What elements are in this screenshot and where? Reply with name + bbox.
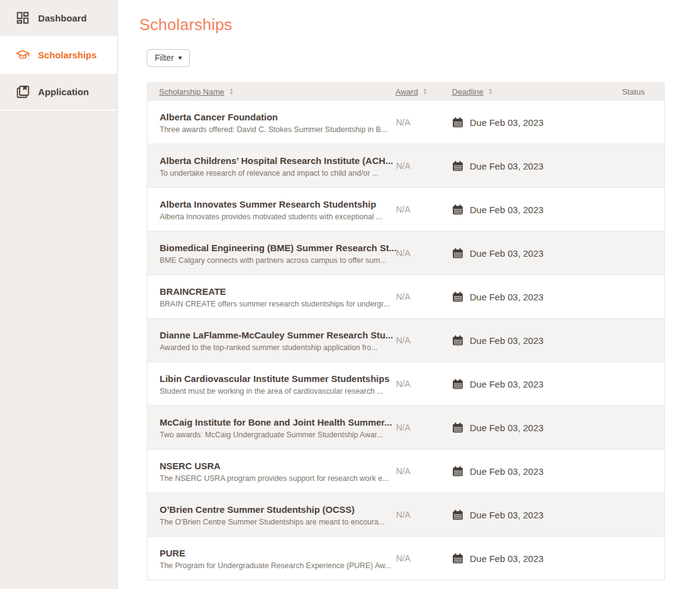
scholarship-name[interactable]: Biomedical Engineering (BME) Summer Rese… [160,243,397,253]
sort-arrows-icon[interactable] [488,88,492,95]
deadline-value: Due Feb 03, 2023 [470,205,543,215]
deadline-value: Due Feb 03, 2023 [470,117,543,128]
dashboard-grid-icon [16,11,29,25]
calendar-icon [453,335,463,346]
column-header-award[interactable]: Award [395,87,452,96]
calendar-icon [453,205,463,215]
sidebar-item-label: Scholarships [38,50,96,60]
scholarship-description: Two awards: McCaig Undergraduate Summer … [160,431,383,439]
deadline-value: Due Feb 03, 2023 [470,335,543,346]
scholarship-description: Three awards offered: David C. Stokes Su… [160,125,387,134]
table-row[interactable]: O’Brien Centre Summer Studentship (OCSS)… [147,493,664,536]
calendar-icon [453,292,463,302]
award-value: N/A [396,205,453,214]
scholarship-name[interactable]: Alberta Innovates Summer Research Studen… [160,199,376,209]
scholarship-name-cell: Alberta Innovates Summer Research Studen… [147,198,396,221]
filter-button[interactable]: Filter [147,49,190,67]
caret-down-icon [178,53,182,63]
deadline-value: Due Feb 03, 2023 [470,379,543,389]
sidebar-item-scholarships[interactable]: Scholarships [0,37,117,74]
deadline-value: Due Feb 03, 2023 [470,423,543,433]
table-body: Alberta Cancer Foundation Three awards o… [147,101,665,580]
award-value: N/A [396,423,453,432]
table-row[interactable]: Alberta Cancer Foundation Three awards o… [147,101,664,144]
app-root: Dashboard Scholarships Application [0,0,700,589]
page-title: Scholarships [139,15,700,34]
scholarship-name[interactable]: Dianne LaFlamme-McCauley Summer Research… [160,330,393,340]
scholarship-name[interactable]: McCaig Institute for Bone and Joint Heal… [160,417,392,427]
scholarship-name[interactable]: Libin Cardiovascular Institute Summer St… [160,373,389,384]
column-header-scholarship-name[interactable]: Scholarship Name [147,87,395,96]
award-value: N/A [396,117,453,127]
scholarship-name[interactable]: PURE [160,548,185,558]
calendar-icon [453,553,463,564]
table-row[interactable]: PURE The Program for Undergraduate Resea… [147,536,664,580]
award-value: N/A [396,335,453,345]
table-row[interactable]: Libin Cardiovascular Institute Summer St… [147,362,664,405]
calendar-icon [453,248,463,259]
scholarship-description: The NSERC USRA program provides support … [160,474,389,483]
scholarship-name-cell: Libin Cardiovascular Institute Summer St… [147,372,396,396]
scholarship-name[interactable]: O’Brien Centre Summer Studentship (OCSS) [160,504,355,515]
deadline-cell: Due Feb 03, 2023 [453,553,588,564]
table-row[interactable]: Alberta Childrens’ Hospital Research Ins… [147,144,664,187]
scholarship-description: Student must be working in the area of c… [160,387,383,396]
sidebar-item-dashboard[interactable]: Dashboard [0,0,117,37]
scholarship-description: The O’Brien Centre Summer Studentships a… [160,518,385,526]
scholarship-name[interactable]: NSERC USRA [160,461,220,471]
scholarship-name-cell: O’Brien Centre Summer Studentship (OCSS)… [147,503,396,526]
award-value: N/A [396,553,453,563]
scholarship-name-cell: Alberta Childrens’ Hospital Research Ins… [147,154,396,177]
scholarship-name-cell: Dianne LaFlamme-McCauley Summer Research… [147,329,396,352]
deadline-value: Due Feb 03, 2023 [470,466,543,477]
scholarship-description: BME Calgary connects with partners acros… [160,256,386,265]
deadline-cell: Due Feb 03, 2023 [453,161,588,171]
scholarship-name-cell: BRAINCREATE BRAIN CREATE offers summer r… [147,285,396,308]
table-row[interactable]: McCaig Institute for Bone and Joint Heal… [147,405,664,449]
calendar-icon [453,466,463,477]
scholarship-description: BRAIN CREATE offers summer research stud… [160,300,390,308]
deadline-value: Due Feb 03, 2023 [470,292,543,302]
application-book-icon [16,85,29,98]
scholarship-name-cell: Alberta Cancer Foundation Three awards o… [147,111,396,134]
scholarships-table: Scholarship Name Award Deadline Status A… [147,82,665,580]
deadline-cell: Due Feb 03, 2023 [453,205,588,215]
table-row[interactable]: Dianne LaFlamme-McCauley Summer Research… [147,318,664,362]
table-row[interactable]: Alberta Innovates Summer Research Studen… [147,187,664,231]
table-row[interactable]: Biomedical Engineering (BME) Summer Rese… [147,231,664,275]
sort-arrows-icon[interactable] [423,88,427,95]
column-header-deadline[interactable]: Deadline [452,87,588,96]
scholarship-name[interactable]: Alberta Cancer Foundation [160,112,278,122]
award-value: N/A [396,466,453,476]
scholarship-name[interactable]: Alberta Childrens’ Hospital Research Ins… [160,155,393,166]
calendar-icon [453,117,463,128]
award-value: N/A [396,248,453,258]
sidebar-item-application[interactable]: Application [0,74,117,111]
deadline-value: Due Feb 03, 2023 [470,553,543,564]
deadline-cell: Due Feb 03, 2023 [453,117,588,128]
scholarship-name-cell: Biomedical Engineering (BME) Summer Rese… [147,241,396,265]
calendar-icon [453,510,463,520]
scholarship-name[interactable]: BRAINCREATE [160,286,226,297]
filter-button-label: Filter [155,53,174,63]
scholarship-description: Awarded to the top-ranked summer student… [160,343,378,352]
table-row[interactable]: BRAINCREATE BRAIN CREATE offers summer r… [147,275,664,318]
table-header-row: Scholarship Name Award Deadline Status [147,82,665,101]
scholarship-description: To undertake research of relevance and i… [160,169,378,177]
scholarship-description: Alberta Innovates provides motivated stu… [160,213,383,221]
graduation-cap-icon [16,48,29,61]
deadline-value: Due Feb 03, 2023 [470,510,543,520]
calendar-icon [453,161,463,171]
calendar-icon [453,379,463,389]
sidebar-item-label: Application [38,87,89,97]
deadline-cell: Due Feb 03, 2023 [453,510,588,520]
award-value: N/A [396,379,453,389]
scholarship-name-cell: PURE The Program for Undergraduate Resea… [147,547,396,570]
deadline-cell: Due Feb 03, 2023 [453,379,588,389]
award-value: N/A [396,292,453,302]
deadline-cell: Due Feb 03, 2023 [453,248,588,259]
sort-arrows-icon[interactable] [229,88,233,95]
table-row[interactable]: NSERC USRA The NSERC USRA program provid… [147,449,664,493]
deadline-cell: Due Feb 03, 2023 [453,466,588,477]
column-header-status: Status [588,87,665,96]
